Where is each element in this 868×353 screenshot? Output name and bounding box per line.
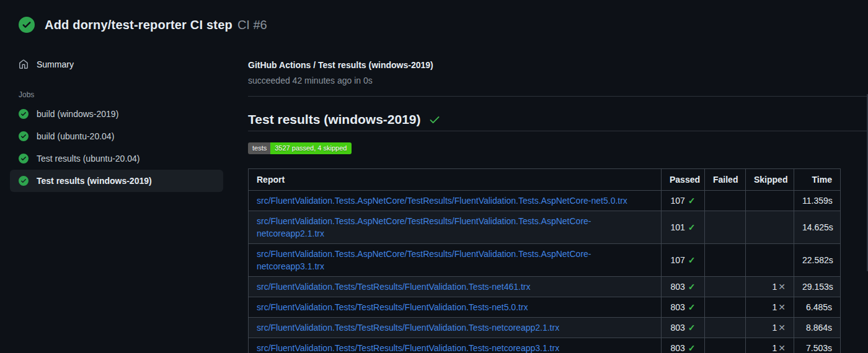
- check-circle-icon: [19, 17, 35, 33]
- summary-label: Summary: [37, 59, 74, 69]
- passed-count: 803: [670, 343, 684, 353]
- passed-check-icon: ✓: [688, 255, 696, 265]
- divider: [248, 96, 868, 97]
- passed-count: 107: [670, 255, 684, 265]
- test-results-table: Report Passed Failed Skipped Time src/Fl…: [248, 168, 841, 353]
- tests-badge-value: 3527 passed, 4 skipped: [270, 142, 352, 154]
- failed-count: [705, 211, 746, 244]
- report-link[interactable]: src/FluentValidation.Tests/TestResults/F…: [257, 343, 559, 353]
- column-header-report: Report: [249, 169, 662, 191]
- passed-check-icon: ✓: [688, 343, 696, 353]
- sidebar-item-test-results-windows[interactable]: Test results (windows-2019): [10, 170, 223, 192]
- sidebar-item-build-ubuntu[interactable]: build (ubuntu-20.04): [10, 125, 223, 147]
- skipped-count: [746, 244, 794, 277]
- table-row: src/FluentValidation.Tests/TestResults/F…: [249, 318, 841, 338]
- table-row: src/FluentValidation.Tests.AspNetCore/Te…: [249, 191, 841, 211]
- check-run-status: succeeded 42 minutes ago in 0s: [248, 76, 373, 85]
- failed-count: [705, 191, 746, 211]
- tests-badge-label: tests: [248, 142, 270, 154]
- table-header-row: Report Passed Failed Skipped Time: [249, 169, 841, 191]
- run-number: CI #6: [237, 18, 267, 32]
- failed-count: [705, 338, 746, 353]
- passed-count: 803: [670, 323, 684, 333]
- column-header-time: Time: [794, 169, 841, 191]
- report-link[interactable]: src/FluentValidation.Tests/TestResults/F…: [257, 323, 559, 333]
- tests-badge: tests 3527 passed, 4 skipped: [248, 142, 352, 154]
- passed-count: 803: [670, 282, 684, 292]
- report-link[interactable]: src/FluentValidation.Tests.AspNetCore/Te…: [257, 196, 627, 206]
- sidebar-item-summary[interactable]: Summary: [10, 54, 223, 74]
- table-row: src/FluentValidation.Tests/TestResults/F…: [249, 338, 841, 353]
- passed-check-icon: ✓: [688, 282, 696, 292]
- section-heading: Test results (windows-2019): [248, 112, 441, 127]
- jobs-section-label: Jobs: [19, 90, 223, 99]
- time-value: 11.359s: [794, 191, 841, 211]
- job-label: build (windows-2019): [37, 109, 118, 119]
- run-header: Add dorny/test-reporter CI step CI #6: [19, 17, 267, 33]
- sidebar-item-build-windows[interactable]: build (windows-2019): [10, 103, 223, 125]
- failed-count: [705, 244, 746, 277]
- failed-count: [705, 297, 746, 318]
- divider: [248, 131, 868, 131]
- report-link[interactable]: src/FluentValidation.Tests/TestResults/F…: [257, 282, 530, 292]
- passed-check-icon: ✓: [688, 196, 696, 206]
- check-icon: [428, 113, 441, 126]
- passed-check-icon: ✓: [688, 302, 696, 312]
- skipped-cross-icon: ✕: [778, 302, 786, 312]
- check-circle-icon: [19, 109, 29, 119]
- check-circle-icon: [19, 131, 29, 141]
- table-row: src/FluentValidation.Tests.AspNetCore/Te…: [249, 244, 841, 277]
- report-link[interactable]: src/FluentValidation.Tests/TestResults/F…: [257, 302, 528, 312]
- skipped-cross-icon: ✕: [778, 323, 786, 333]
- check-circle-icon: [19, 154, 29, 163]
- passed-count: 107: [670, 196, 684, 206]
- time-value: 29.153s: [794, 277, 841, 297]
- column-header-passed: Passed: [662, 169, 705, 191]
- skipped-count: 1: [772, 343, 777, 353]
- skipped-count: 1: [772, 282, 777, 292]
- failed-count: [705, 318, 746, 338]
- table-row: src/FluentValidation.Tests/TestResults/F…: [249, 297, 841, 318]
- section-heading-title: Test results (windows-2019): [248, 112, 421, 127]
- passed-count: 101: [670, 222, 684, 232]
- skipped-count: 1: [772, 323, 777, 333]
- skipped-cross-icon: ✕: [778, 282, 786, 292]
- passed-check-icon: ✓: [688, 323, 696, 333]
- job-label: Test results (windows-2019): [37, 176, 152, 186]
- sidebar: Summary Jobs build (windows-2019) build …: [10, 54, 223, 192]
- column-header-skipped: Skipped: [746, 169, 794, 191]
- failed-count: [705, 277, 746, 297]
- time-value: 22.582s: [794, 244, 841, 277]
- time-value: 14.625s: [794, 211, 841, 244]
- passed-check-icon: ✓: [688, 222, 696, 232]
- home-icon: [19, 59, 29, 69]
- time-value: 7.503s: [794, 338, 841, 353]
- job-label: build (ubuntu-20.04): [37, 131, 114, 141]
- job-label: Test results (ubuntu-20.04): [37, 154, 140, 163]
- column-header-failed: Failed: [705, 169, 746, 191]
- check-run-title: GitHub Actions / Test results (windows-2…: [248, 60, 433, 70]
- sidebar-item-test-results-ubuntu[interactable]: Test results (ubuntu-20.04): [10, 147, 223, 170]
- passed-count: 803: [670, 302, 684, 312]
- time-value: 6.485s: [794, 297, 841, 318]
- table-row: src/FluentValidation.Tests.AspNetCore/Te…: [249, 211, 841, 244]
- check-circle-icon: [19, 176, 29, 186]
- skipped-count: [746, 191, 794, 211]
- report-link[interactable]: src/FluentValidation.Tests.AspNetCore/Te…: [257, 249, 591, 271]
- skipped-count: [746, 211, 794, 244]
- report-link[interactable]: src/FluentValidation.Tests.AspNetCore/Te…: [257, 216, 591, 238]
- run-title: Add dorny/test-reporter CI step: [45, 18, 232, 32]
- skipped-count: 1: [772, 302, 777, 312]
- time-value: 8.864s: [794, 318, 841, 338]
- skipped-cross-icon: ✕: [778, 343, 786, 353]
- table-row: src/FluentValidation.Tests/TestResults/F…: [249, 277, 841, 297]
